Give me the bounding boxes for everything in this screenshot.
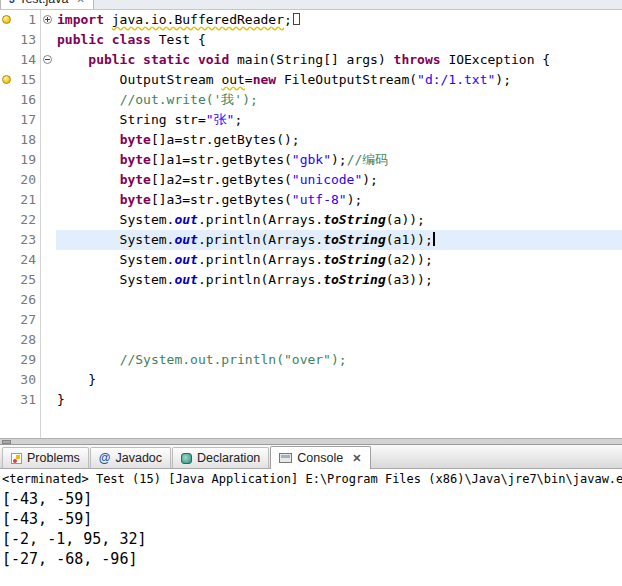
console-output: [-43, -59][-43, -59][-2, -1, 95, 32][-27… [2, 489, 622, 569]
line-number: 27 [14, 310, 40, 330]
code-text[interactable] [56, 330, 622, 350]
code-token: byte [120, 192, 151, 207]
line-number: 23 [14, 230, 40, 250]
line-number: 17 [14, 110, 40, 130]
code-line-23[interactable]: 23 System.out.println(Arrays.toString(a1… [0, 230, 622, 250]
view-tab-label: Javadoc [116, 451, 163, 465]
gutter-icon-cell [0, 270, 14, 290]
code-line-18[interactable]: 18 byte[]a=str.getBytes(); [0, 130, 622, 150]
code-text[interactable]: import java.io.BufferedReader; [56, 10, 622, 30]
code-token [57, 172, 120, 187]
gutter-icon-cell [0, 250, 14, 270]
code-token: ); [362, 172, 378, 187]
editor-tab-close-icon[interactable]: ✕ [76, 0, 84, 5]
line-number: 29 [14, 350, 40, 370]
gutter-icon-cell [0, 170, 14, 190]
code-line-30[interactable]: 30 } [0, 370, 622, 390]
code-line-1[interactable]: 1import java.io.BufferedReader; [0, 10, 622, 30]
code-token [135, 52, 143, 67]
code-text[interactable]: } [56, 390, 622, 410]
fold-collapse-icon[interactable] [43, 55, 52, 64]
fold-cell [40, 390, 56, 410]
code-line-29[interactable]: 29 //System.out.println("over"); [0, 350, 622, 370]
code-token: java.io.BufferedReader [112, 12, 284, 27]
code-text[interactable]: } [56, 370, 622, 390]
gutter-icon-cell[interactable] [0, 10, 14, 30]
gutter-icon-cell[interactable] [0, 70, 14, 90]
line-number: 15 [14, 70, 40, 90]
code-token: static [143, 52, 190, 67]
view-tab-declaration[interactable]: Declaration [172, 447, 269, 468]
console-process-label: <terminated> Test (15) [Java Application… [2, 469, 622, 489]
view-tab-console[interactable]: Console✕ [270, 446, 371, 469]
code-text[interactable]: System.out.println(Arrays.toString(a1)); [56, 230, 622, 250]
view-tab-problems[interactable]: Problems [2, 447, 89, 468]
code-text[interactable] [56, 290, 622, 310]
code-token: .println(Arrays. [198, 272, 323, 287]
code-token: System. [57, 272, 174, 287]
code-text[interactable] [56, 310, 622, 330]
code-text[interactable]: byte[]a2=str.getBytes("unicode"); [56, 170, 622, 190]
close-view-icon[interactable]: ✕ [351, 451, 362, 466]
code-token: = [245, 72, 253, 87]
code-token [57, 92, 120, 107]
console-view[interactable]: <terminated> Test (15) [Java Application… [0, 469, 622, 585]
code-token: toString [323, 272, 386, 287]
text-cursor [433, 232, 435, 246]
code-line-13[interactable]: 13public class Test { [0, 30, 622, 50]
sash-grip-icon[interactable] [2, 440, 11, 444]
console-output-line: [-27, -68, -96] [2, 549, 622, 569]
code-text[interactable]: byte[]a1=str.getBytes("gbk");//编码 [56, 150, 622, 170]
code-token: throws [394, 52, 441, 67]
code-line-24[interactable]: 24 System.out.println(Arrays.toString(a2… [0, 250, 622, 270]
code-text[interactable]: //System.out.println("over"); [56, 350, 622, 370]
code-token: ; [284, 12, 292, 27]
view-tab-javadoc[interactable]: @Javadoc [90, 447, 171, 468]
code-line-27[interactable]: 27 [0, 310, 622, 330]
code-token: import [57, 12, 104, 27]
code-text[interactable]: //out.write('我'); [56, 90, 622, 110]
gutter-icon-cell [0, 310, 14, 330]
code-token: System. [57, 252, 174, 267]
code-text[interactable]: byte[]a3=str.getBytes("utf-8"); [56, 190, 622, 210]
console-output-line: [-43, -59] [2, 509, 622, 529]
code-text[interactable]: System.out.println(Arrays.toString(a3)); [56, 270, 622, 290]
code-line-31[interactable]: 31} [0, 390, 622, 410]
bottom-view-tabbar: Problems@JavadocDeclarationConsole✕ [0, 445, 622, 469]
gutter-icon-cell [0, 110, 14, 130]
code-line-22[interactable]: 22 System.out.println(Arrays.toString(a)… [0, 210, 622, 230]
code-token: OutputStream [57, 72, 221, 87]
code-line-25[interactable]: 25 System.out.println(Arrays.toString(a3… [0, 270, 622, 290]
fold-cell [40, 290, 56, 310]
fold-cell [40, 370, 56, 390]
code-line-21[interactable]: 21 byte[]a3=str.getBytes("utf-8"); [0, 190, 622, 210]
code-token: []a1=str.getBytes( [151, 152, 292, 167]
code-line-28[interactable]: 28 [0, 330, 622, 350]
fold-expand-icon[interactable] [43, 15, 52, 24]
code-line-14[interactable]: 14 public static void main(String[] args… [0, 50, 622, 70]
line-number: 13 [14, 30, 40, 50]
code-text[interactable]: public static void main(String[] args) t… [56, 50, 622, 70]
gutter-icon-cell [0, 30, 14, 50]
editor-console-sash[interactable] [0, 438, 622, 445]
code-line-20[interactable]: 20 byte[]a2=str.getBytes("unicode"); [0, 170, 622, 190]
code-line-26[interactable]: 26 [0, 290, 622, 310]
code-editor[interactable]: 1import java.io.BufferedReader;13public … [0, 10, 622, 438]
code-line-17[interactable]: 17 String str="张"; [0, 110, 622, 130]
code-token: byte [120, 132, 151, 147]
editor-tab-test-java[interactable]: J Test.java ✕ [0, 0, 94, 10]
code-text[interactable]: System.out.println(Arrays.toString(a2)); [56, 250, 622, 270]
code-text[interactable]: OutputStream out=new FileOutputStream("d… [56, 70, 622, 90]
code-text[interactable]: public class Test { [56, 30, 622, 50]
gutter-icon-cell [0, 210, 14, 230]
code-text[interactable]: System.out.println(Arrays.toString(a)); [56, 210, 622, 230]
fold-cell [40, 170, 56, 190]
gutter-icon-cell [0, 330, 14, 350]
code-line-19[interactable]: 19 byte[]a1=str.getBytes("gbk");//编码 [0, 150, 622, 170]
fold-cell [40, 110, 56, 130]
code-line-16[interactable]: 16 //out.write('我'); [0, 90, 622, 110]
code-token: } [57, 392, 65, 407]
code-text[interactable]: byte[]a=str.getBytes(); [56, 130, 622, 150]
code-text[interactable]: String str="张"; [56, 110, 622, 130]
code-line-15[interactable]: 15 OutputStream out=new FileOutputStream… [0, 70, 622, 90]
